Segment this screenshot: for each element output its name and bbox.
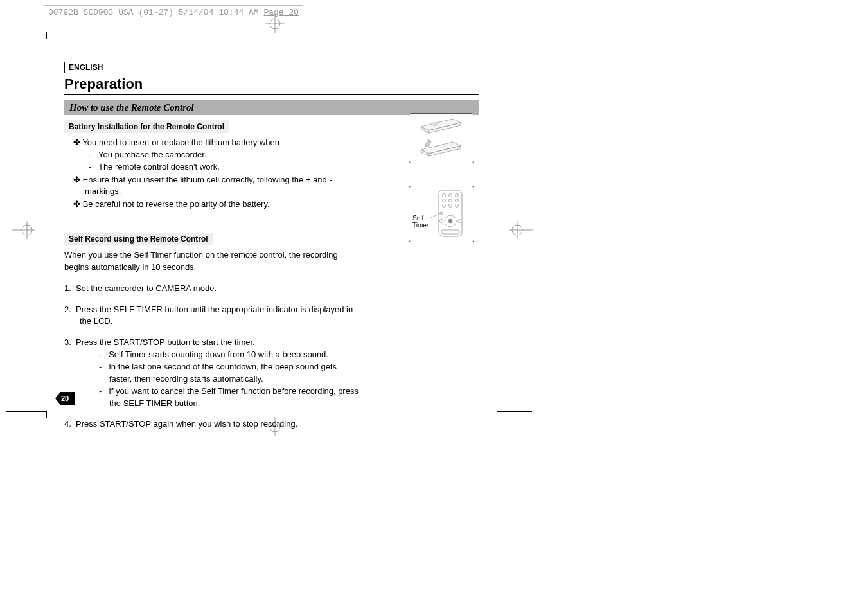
language-badge: ENGLISH [64,62,107,73]
svg-point-22 [456,204,459,208]
page-title: Preparation [64,76,479,95]
step-3b: - In the last one second of the countdow… [80,361,360,386]
battery-item-2: Ensure that you insert the lithium cell … [64,174,360,199]
battery-sub-1: You purchase the camcorder. [64,149,360,161]
battery-item-3: Be careful not to reverse the polarity o… [64,199,360,211]
svg-point-25 [448,219,452,223]
svg-point-27 [458,220,461,223]
selfrecord-heading: Self Record using the Remote Control [64,233,213,245]
battery-sub-2: The remote control doesn't work. [64,161,360,173]
svg-point-16 [456,194,459,197]
crop-hline-bottom-left [6,411,46,412]
registration-mark-left-icon [12,221,35,239]
page-number: 20 [61,395,69,402]
crop-hline-top-left [6,39,46,39]
svg-point-12 [432,123,438,125]
battery-install-illustration-icon [409,114,474,163]
svg-point-15 [449,194,452,197]
step-1: 1. Set the camcorder to CAMERA mode. [64,283,360,295]
step-2: 2. Press the SELF TIMER button until the… [64,304,360,328]
crop-hline-bottom-right [497,411,532,412]
step-4: 4. Press START/STOP again when you wish … [64,418,360,431]
figure-remote-selftimer: Self Timer [409,186,474,242]
selfrecord-intro: When you use the Self Timer function on … [64,249,347,274]
doc-header: 00792B SCD903 USA (01~27) 5/14/04 10:44 … [44,5,303,17]
battery-list: You need to insert or replace the lithiu… [64,137,360,211]
svg-point-26 [440,220,443,223]
svg-point-20 [443,204,446,208]
svg-point-17 [443,199,446,202]
svg-point-14 [443,194,446,197]
step-3: 3. Press the START/STOP button to start … [64,337,360,409]
svg-point-23 [440,212,443,215]
crop-line-bottom-right [497,411,497,450]
crop-line-bottom-left [46,411,47,418]
figure-remote-label: Self Timer [412,215,429,229]
crop-hline-top-right [497,39,532,39]
crop-line-top-left [46,32,47,39]
registration-mark-right-icon [509,221,533,239]
step-3a: - Self Timer starts counting down from 1… [80,349,360,361]
doc-header-prefix: 00792B SCD903 USA (01~27) 5/14/04 10:44 … [48,8,263,17]
svg-point-21 [449,204,452,208]
svg-point-18 [449,199,452,202]
selfrecord-steps: 1. Set the camcorder to CAMERA mode. 2. … [64,283,360,431]
svg-rect-28 [441,230,459,234]
battery-item-1: You need to insert or replace the lithiu… [64,137,360,149]
figure-battery-install [409,113,474,163]
battery-heading: Battery Installation for the Remote Cont… [64,120,229,133]
remote-illustration-icon [409,186,474,242]
svg-line-29 [430,213,440,218]
svg-point-19 [456,199,459,202]
crop-line-top-right [497,0,497,39]
registration-mark-top-icon [265,14,285,33]
step-3c: - If you want to cancel the Self Timer f… [80,386,360,410]
